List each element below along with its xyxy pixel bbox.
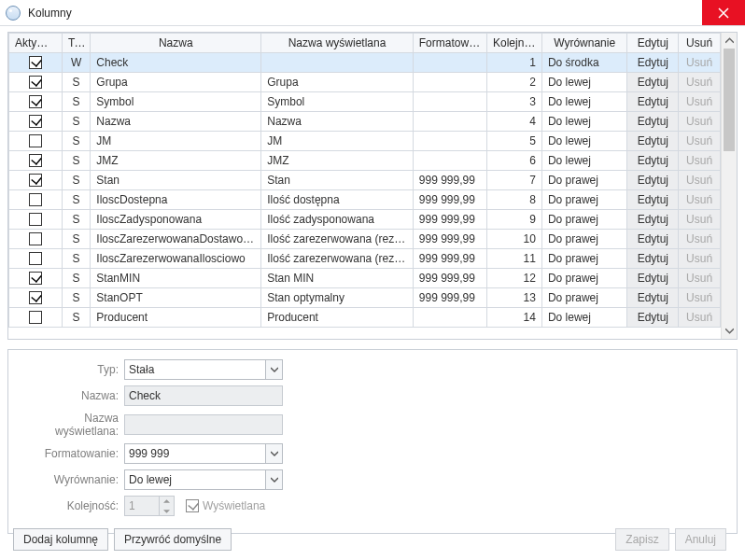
active-cell[interactable] bbox=[9, 112, 63, 132]
delete-row-button[interactable]: Usuń bbox=[679, 171, 721, 190]
active-cell[interactable] bbox=[9, 92, 63, 112]
bottom-bar: Dodaj kolumnę Przywróć domyślne Zapisz A… bbox=[0, 519, 745, 560]
header-nazwa[interactable]: Nazwa bbox=[91, 34, 261, 53]
typ-cell: S bbox=[62, 73, 90, 92]
edit-row-button[interactable]: Edytuj bbox=[627, 171, 679, 190]
typ-select[interactable]: Stała bbox=[124, 359, 283, 380]
header-nazwaw[interactable]: Nazwa wyświetlana bbox=[261, 34, 414, 53]
header-format[interactable]: Formatowa... bbox=[413, 34, 486, 53]
active-cell[interactable] bbox=[9, 171, 63, 190]
checkbox-icon bbox=[29, 134, 42, 147]
kolej-cell: 11 bbox=[487, 249, 542, 269]
format-cell: 999 999,99 bbox=[413, 230, 486, 249]
edit-row-button[interactable]: Edytuj bbox=[627, 53, 679, 73]
wyrow-select[interactable]: Do lewej bbox=[124, 469, 283, 490]
checkbox-icon bbox=[29, 95, 42, 108]
table-row[interactable]: SIloscZadysponowanaIlość zadysponowana99… bbox=[9, 210, 721, 230]
format-cell bbox=[413, 132, 486, 151]
table-row[interactable]: SStanOPTStan optymalny999 999,9913Do pra… bbox=[9, 288, 721, 308]
edit-row-button[interactable]: Edytuj bbox=[627, 151, 679, 171]
delete-row-button[interactable]: Usuń bbox=[679, 210, 721, 230]
checkbox-icon bbox=[29, 174, 42, 187]
chevron-down-icon bbox=[265, 360, 282, 379]
delete-row-button[interactable]: Usuń bbox=[679, 269, 721, 288]
edit-row-button[interactable]: Edytuj bbox=[627, 230, 679, 249]
nazwaw-cell: Grupa bbox=[261, 73, 414, 92]
format-select[interactable]: 999 999 bbox=[124, 443, 283, 464]
active-cell[interactable] bbox=[9, 53, 63, 73]
edit-row-button[interactable]: Edytuj bbox=[627, 190, 679, 210]
scroll-down-button[interactable] bbox=[722, 323, 737, 339]
table-row[interactable]: SSymbolSymbol3Do lewejEdytujUsuń bbox=[9, 92, 721, 112]
edit-row-button[interactable]: Edytuj bbox=[627, 92, 679, 112]
table-row[interactable]: SNazwaNazwa4Do lewejEdytujUsuń bbox=[9, 112, 721, 132]
active-cell[interactable] bbox=[9, 190, 63, 210]
delete-row-button[interactable]: Usuń bbox=[679, 230, 721, 249]
kolej-cell: 6 bbox=[487, 151, 542, 171]
edit-row-button[interactable]: Edytuj bbox=[627, 288, 679, 308]
typ-cell: S bbox=[62, 151, 90, 171]
checkbox-icon bbox=[29, 115, 42, 128]
format-cell: 999 999,99 bbox=[413, 210, 486, 230]
active-cell[interactable] bbox=[9, 210, 63, 230]
delete-row-button[interactable]: Usuń bbox=[679, 53, 721, 73]
delete-row-button[interactable]: Usuń bbox=[679, 308, 721, 328]
titlebar: Kolumny bbox=[0, 0, 745, 26]
header-edit[interactable]: Edytuj bbox=[627, 34, 679, 53]
delete-row-button[interactable]: Usuń bbox=[679, 132, 721, 151]
edit-row-button[interactable]: Edytuj bbox=[627, 210, 679, 230]
delete-row-button[interactable]: Usuń bbox=[679, 73, 721, 92]
grid-scrollbar[interactable] bbox=[721, 33, 737, 339]
active-cell[interactable] bbox=[9, 308, 63, 328]
delete-row-button[interactable]: Usuń bbox=[679, 190, 721, 210]
table-row[interactable]: SJMZJMZ6Do lewejEdytujUsuń bbox=[9, 151, 721, 171]
delete-row-button[interactable]: Usuń bbox=[679, 151, 721, 171]
table-row[interactable]: SStanStan999 999,997Do prawejEdytujUsuń bbox=[9, 171, 721, 190]
scroll-thumb[interactable] bbox=[724, 49, 735, 151]
edit-row-button[interactable]: Edytuj bbox=[627, 73, 679, 92]
header-kolej[interactable]: Kolejność bbox=[487, 34, 542, 53]
delete-row-button[interactable]: Usuń bbox=[679, 249, 721, 269]
typ-cell: S bbox=[62, 288, 90, 308]
header-typ[interactable]: Typ bbox=[62, 34, 90, 53]
add-column-button[interactable]: Dodaj kolumnę bbox=[13, 528, 108, 551]
table-row[interactable]: SIloscZarezerwowanaDostawowoIlość zareze… bbox=[9, 230, 721, 249]
restore-defaults-button[interactable]: Przywróć domyślne bbox=[114, 528, 232, 551]
active-cell[interactable] bbox=[9, 249, 63, 269]
table-row[interactable]: SJMJM5Do lewejEdytujUsuń bbox=[9, 132, 721, 151]
active-cell[interactable] bbox=[9, 269, 63, 288]
nazwa-label: Nazwa: bbox=[20, 389, 124, 402]
kolej-cell: 10 bbox=[487, 230, 542, 249]
active-cell[interactable] bbox=[9, 230, 63, 249]
active-cell[interactable] bbox=[9, 132, 63, 151]
window-close-button[interactable] bbox=[702, 0, 745, 25]
table-row[interactable]: WCheck1Do środkaEdytujUsuń bbox=[9, 53, 721, 73]
table-row[interactable]: SIloscDostepnaIlość dostępna999 999,998D… bbox=[9, 190, 721, 210]
scroll-up-button[interactable] bbox=[722, 33, 737, 49]
table-row[interactable]: SStanMINStan MIN999 999,9912Do prawejEdy… bbox=[9, 269, 721, 288]
header-wyrow[interactable]: Wyrównanie bbox=[541, 34, 626, 53]
table-row[interactable]: SGrupaGrupa2Do lewejEdytujUsuń bbox=[9, 73, 721, 92]
edit-row-button[interactable]: Edytuj bbox=[627, 132, 679, 151]
wyrow-cell: Do lewej bbox=[541, 112, 626, 132]
active-cell[interactable] bbox=[9, 73, 63, 92]
table-row[interactable]: SIloscZarezerwowanaIlosciowoIlość zareze… bbox=[9, 249, 721, 269]
typ-cell: S bbox=[62, 190, 90, 210]
edit-row-button[interactable]: Edytuj bbox=[627, 308, 679, 328]
header-aktywne[interactable]: Aktywne bbox=[9, 34, 63, 53]
delete-row-button[interactable]: Usuń bbox=[679, 92, 721, 112]
edit-row-button[interactable]: Edytuj bbox=[627, 112, 679, 132]
table-row[interactable]: SProducentProducent14Do lewejEdytujUsuń bbox=[9, 308, 721, 328]
delete-row-button[interactable]: Usuń bbox=[679, 112, 721, 132]
format-cell: 999 999,99 bbox=[413, 269, 486, 288]
save-button[interactable]: Zapisz bbox=[615, 528, 668, 551]
active-cell[interactable] bbox=[9, 151, 63, 171]
active-cell[interactable] bbox=[9, 288, 63, 308]
cancel-button[interactable]: Anuluj bbox=[675, 528, 726, 551]
delete-row-button[interactable]: Usuń bbox=[679, 288, 721, 308]
edit-row-button[interactable]: Edytuj bbox=[627, 249, 679, 269]
edit-row-button[interactable]: Edytuj bbox=[627, 269, 679, 288]
checkbox-icon bbox=[29, 56, 42, 69]
header-del[interactable]: Usuń bbox=[679, 34, 721, 53]
wyrow-cell: Do prawej bbox=[541, 249, 626, 269]
